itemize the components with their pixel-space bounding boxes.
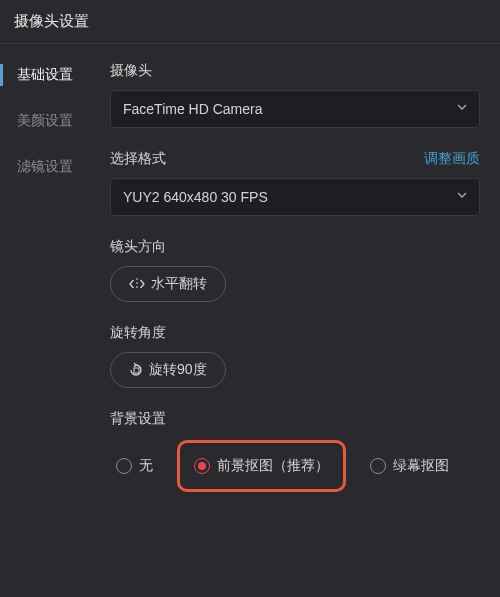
direction-section: 镜头方向 水平翻转 [110, 238, 480, 302]
radio-label: 绿幕抠图 [393, 457, 449, 475]
radio-label: 无 [139, 457, 153, 475]
radio-icon [370, 458, 386, 474]
rotate-icon [129, 363, 143, 377]
rotate-button-label: 旋转90度 [149, 361, 207, 379]
chevron-down-icon [457, 192, 467, 202]
sidebar-item-beauty[interactable]: 美颜设置 [0, 98, 90, 144]
format-section: 选择格式 调整画质 YUY2 640x480 30 FPS [110, 150, 480, 216]
format-dropdown[interactable]: YUY2 640x480 30 FPS [110, 178, 480, 216]
camera-dropdown[interactable]: FaceTime HD Camera [110, 90, 480, 128]
sidebar-item-label: 滤镜设置 [17, 158, 73, 174]
format-value: YUY2 640x480 30 FPS [123, 189, 268, 205]
window-title: 摄像头设置 [0, 0, 500, 44]
background-option-foreground[interactable]: 前景抠图（推荐） [190, 449, 333, 483]
background-radio-group: 无 前景抠图（推荐） 绿幕抠图 [110, 440, 480, 492]
sidebar-item-filter[interactable]: 滤镜设置 [0, 144, 90, 190]
rotation-section: 旋转角度 旋转90度 [110, 324, 480, 388]
rotate-90-button[interactable]: 旋转90度 [110, 352, 226, 388]
flip-horizontal-icon [129, 278, 145, 290]
sidebar-item-label: 基础设置 [17, 66, 73, 82]
sidebar-item-label: 美颜设置 [17, 112, 73, 128]
camera-section: 摄像头 FaceTime HD Camera [110, 62, 480, 128]
chevron-down-icon [457, 104, 467, 114]
flip-button-label: 水平翻转 [151, 275, 207, 293]
main-panel: 摄像头 FaceTime HD Camera 选择格式 调整画质 YUY2 64… [90, 44, 500, 597]
camera-value: FaceTime HD Camera [123, 101, 263, 117]
camera-label: 摄像头 [110, 62, 480, 80]
sidebar-item-basic[interactable]: 基础设置 [0, 52, 90, 98]
background-option-greenscreen[interactable]: 绿幕抠图 [364, 449, 455, 483]
adjust-quality-link[interactable]: 调整画质 [424, 150, 480, 168]
recommended-highlight: 前景抠图（推荐） [177, 440, 346, 492]
format-label: 选择格式 [110, 150, 166, 168]
direction-label: 镜头方向 [110, 238, 480, 256]
radio-icon [194, 458, 210, 474]
flip-horizontal-button[interactable]: 水平翻转 [110, 266, 226, 302]
radio-label: 前景抠图（推荐） [217, 457, 329, 475]
sidebar: 基础设置 美颜设置 滤镜设置 [0, 44, 90, 597]
rotation-label: 旋转角度 [110, 324, 480, 342]
radio-icon [116, 458, 132, 474]
background-section: 背景设置 无 前景抠图（推荐） 绿幕抠图 [110, 410, 480, 492]
svg-rect-1 [134, 368, 139, 373]
background-label: 背景设置 [110, 410, 480, 428]
background-option-none[interactable]: 无 [110, 449, 159, 483]
